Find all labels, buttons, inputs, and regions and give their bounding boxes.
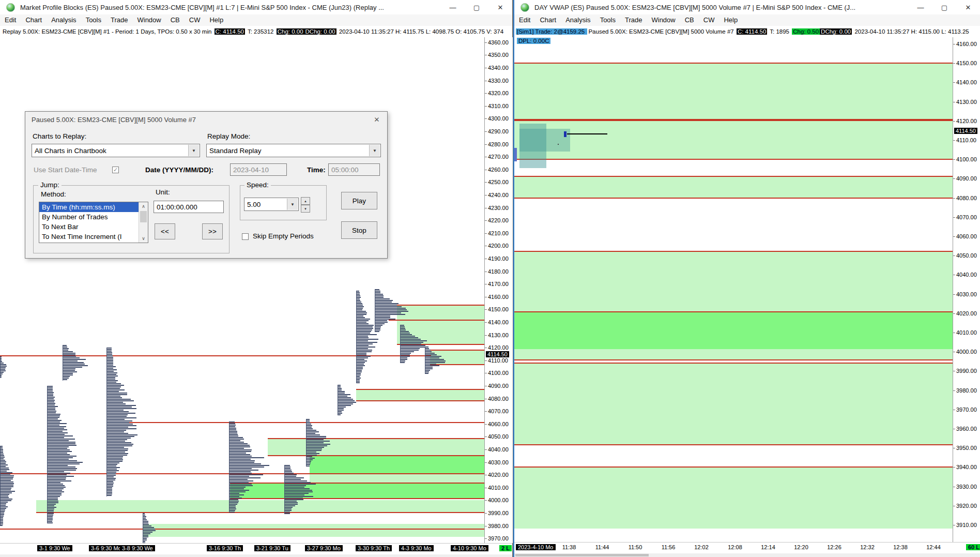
time-field[interactable]: 05:00:00 xyxy=(328,163,380,176)
menu-item-chart[interactable]: Chart xyxy=(21,14,47,26)
tpo-row xyxy=(375,303,399,304)
minimize-icon[interactable]: — xyxy=(441,0,465,14)
tpo-row xyxy=(106,377,115,378)
method-item[interactable]: To Next Bar xyxy=(39,222,142,232)
status-segment: C: 4114.50 xyxy=(737,28,767,35)
close-icon[interactable]: ✕ xyxy=(956,0,980,14)
menu-item-cw[interactable]: CW xyxy=(185,14,205,26)
tpo-row xyxy=(0,509,5,510)
tpo-row xyxy=(47,487,66,488)
speed-select[interactable]: 5.00 ▼ xyxy=(244,198,299,211)
method-listbox[interactable]: ∧ ∨ By Time (hh:mm:ss.ms)By Number of Tr… xyxy=(39,202,148,243)
time-tick-label: 12:08 xyxy=(728,544,742,550)
method-list-scrollbar[interactable]: ∧ ∨ xyxy=(139,202,148,243)
unit-field[interactable]: 01:00:00.000 xyxy=(154,201,224,213)
tpo-row xyxy=(356,331,371,332)
scroll-thumb[interactable] xyxy=(140,211,147,222)
scroll-down-icon[interactable]: ∨ xyxy=(139,234,148,243)
tpo-row xyxy=(63,347,67,348)
left-hscrollbar[interactable] xyxy=(0,554,512,557)
chevron-down-icon[interactable]: ▼ xyxy=(188,145,199,156)
tpo-row xyxy=(0,499,12,500)
menu-item-trade[interactable]: Trade xyxy=(620,14,647,26)
menu-item-edit[interactable]: Edit xyxy=(514,14,535,26)
tpo-row xyxy=(0,367,6,368)
menu-item-window[interactable]: Window xyxy=(132,14,165,26)
menu-item-analysis[interactable]: Analysis xyxy=(47,14,81,26)
replay-mode-select[interactable]: Standard Replay ▼ xyxy=(206,144,381,157)
charts-to-replay-select[interactable]: All Charts in Chartbook ▼ xyxy=(32,144,200,157)
price-tick-label: 3960.00 xyxy=(956,426,977,432)
market-profile-window: Market Profile Blocks (ES) Paused 5.00X:… xyxy=(0,0,513,557)
method-item[interactable]: By Number of Trades xyxy=(39,212,142,222)
dialog-close-icon[interactable]: ✕ xyxy=(371,114,383,125)
tpo-row xyxy=(425,360,446,362)
skip-empty-checkbox[interactable] xyxy=(242,233,249,240)
use-start-checkbox[interactable]: ✓ xyxy=(112,167,119,173)
spin-down-icon[interactable]: ▼ xyxy=(301,205,310,213)
tpo-row xyxy=(143,521,148,522)
minimize-icon[interactable]: — xyxy=(909,0,932,14)
tpo-row xyxy=(143,525,151,526)
scroll-thumb[interactable] xyxy=(515,554,649,556)
menu-item-help[interactable]: Help xyxy=(205,14,228,26)
maximize-icon[interactable]: ▢ xyxy=(465,0,488,14)
menu-item-tools[interactable]: Tools xyxy=(595,14,620,26)
tpo-row xyxy=(47,431,63,432)
tpo-row xyxy=(284,487,304,488)
time-label: Time: xyxy=(307,166,326,174)
price-tick xyxy=(485,220,487,221)
right-titlebar[interactable]: DAY VWAP (ES) Paused 5.00X: ESM23-CME [C… xyxy=(514,0,980,15)
maximize-icon[interactable]: ▢ xyxy=(932,0,956,14)
tpo-row xyxy=(338,399,353,400)
tpo-row xyxy=(106,451,125,453)
stop-button[interactable]: Stop xyxy=(341,221,377,239)
method-item[interactable]: To Next Time Increment (I xyxy=(39,232,142,242)
date-field[interactable]: 2023-04-10 xyxy=(230,163,287,176)
jump-forward-button[interactable]: >> xyxy=(202,223,223,239)
menu-item-cw[interactable]: CW xyxy=(699,14,719,26)
price-tick-label: 3930.00 xyxy=(956,484,977,490)
tpo-row xyxy=(47,470,76,471)
price-tick-label: 4110.00 xyxy=(956,137,976,143)
status-segment: Paused 5.00X: ESM23-CME [CBV][M] 5000 Vo… xyxy=(587,28,736,35)
left-time-axis[interactable]: 3-1 9:30 We3-6 9:30 Mo3-8 9:30 We3-16 9:… xyxy=(0,543,512,555)
tpo-row xyxy=(106,447,124,448)
method-item[interactable]: By Time (hh:mm:ss.ms) xyxy=(39,202,142,212)
speed-spinner[interactable]: ▲ ▼ xyxy=(301,197,310,214)
close-icon[interactable]: ✕ xyxy=(488,0,512,14)
tpo-row xyxy=(106,414,128,415)
tpo-row xyxy=(47,428,64,429)
menu-item-cb[interactable]: CB xyxy=(166,14,185,26)
menu-item-trade[interactable]: Trade xyxy=(106,14,132,26)
tpo-row xyxy=(425,348,429,349)
right-price-axis[interactable]: 4160.004150.004140.004130.004120.004110.… xyxy=(953,37,980,542)
left-titlebar[interactable]: Market Profile Blocks (ES) Paused 5.00X:… xyxy=(0,0,512,15)
menu-item-analysis[interactable]: Analysis xyxy=(561,14,595,26)
tpo-row xyxy=(375,306,402,307)
tpo-row xyxy=(229,488,244,489)
menu-item-edit[interactable]: Edit xyxy=(0,14,21,26)
menu-item-window[interactable]: Window xyxy=(647,14,680,26)
tpo-row xyxy=(284,511,290,513)
chevron-down-icon[interactable]: ▼ xyxy=(287,199,298,210)
menu-item-chart[interactable]: Chart xyxy=(535,14,561,26)
menu-item-help[interactable]: Help xyxy=(719,14,742,26)
tpo-row xyxy=(338,400,355,401)
menu-item-tools[interactable]: Tools xyxy=(81,14,106,26)
tpo-row xyxy=(229,453,246,454)
spin-up-icon[interactable]: ▲ xyxy=(301,197,310,205)
play-button[interactable]: Play xyxy=(341,192,377,209)
menu-item-cb[interactable]: CB xyxy=(680,14,699,26)
price-tick xyxy=(485,233,487,234)
chevron-down-icon[interactable]: ▼ xyxy=(369,145,380,156)
left-price-axis[interactable]: 4360.004350.004340.004330.004320.004310.… xyxy=(484,37,513,543)
scroll-up-icon[interactable]: ∧ xyxy=(139,202,148,210)
replay-dialog-title[interactable]: Paused 5.00X: ESM23-CME [CBV][M] 5000 Vo… xyxy=(25,112,387,127)
right-hscrollbar[interactable] xyxy=(514,553,980,557)
right-chart-plot[interactable] xyxy=(514,37,953,542)
tpo-row xyxy=(425,359,444,360)
right-time-axis[interactable]: 2023-4-10 Mo11:3811:4411:5011:5612:0212:… xyxy=(514,542,980,554)
tpo-row xyxy=(106,469,117,470)
jump-back-button[interactable]: << xyxy=(155,223,175,239)
